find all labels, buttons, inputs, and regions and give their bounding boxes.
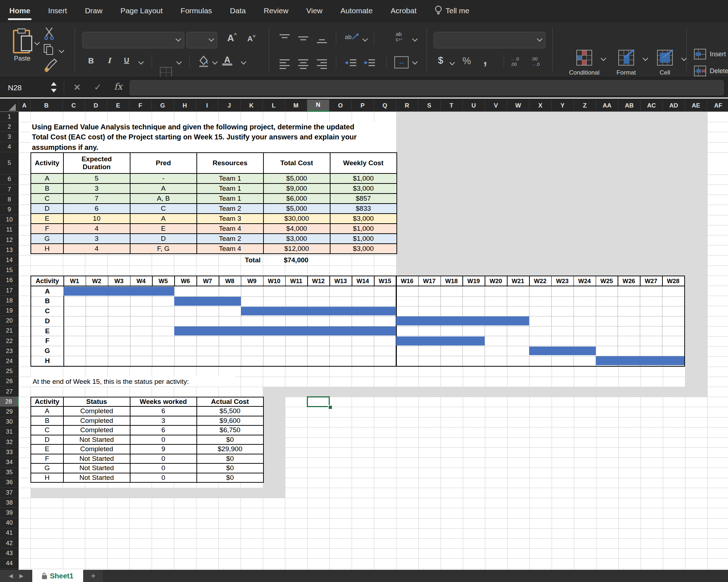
cell[interactable]: B: [31, 416, 63, 426]
align-bottom-icon[interactable]: [316, 33, 328, 45]
cell[interactable]: $5,000: [263, 204, 330, 214]
cell[interactable]: $1,000: [330, 234, 397, 244]
cell[interactable]: $9,000: [263, 183, 330, 194]
row-header-19[interactable]: 19: [0, 306, 19, 316]
column-header-J[interactable]: J: [218, 100, 241, 112]
status-table-header[interactable]: Weeks worked: [130, 397, 197, 406]
row-header-16[interactable]: 16: [0, 276, 19, 286]
column-header-K[interactable]: K: [241, 100, 263, 112]
cell[interactable]: $6,750: [197, 425, 263, 435]
cell[interactable]: G: [31, 463, 63, 473]
cell[interactable]: $0: [197, 463, 263, 473]
cell[interactable]: $3,000: [330, 244, 397, 254]
borders-dropdown-icon[interactable]: [176, 59, 182, 65]
column-header-U[interactable]: U: [463, 100, 485, 112]
cell[interactable]: 3: [130, 416, 197, 426]
row-header-14[interactable]: 14: [0, 255, 19, 265]
cell[interactable]: $857: [330, 194, 397, 204]
column-header-AC[interactable]: AC: [641, 100, 663, 112]
borders-button[interactable]: [160, 67, 172, 78]
row-header-9[interactable]: 9: [0, 205, 19, 215]
active-cell-selection[interactable]: [307, 396, 330, 407]
cell[interactable]: F: [31, 454, 63, 464]
decrease-indent-icon[interactable]: [345, 58, 357, 70]
cell[interactable]: A: [31, 173, 63, 183]
cell[interactable]: 5: [63, 173, 130, 183]
merge-center-button[interactable]: ↔: [394, 56, 409, 68]
column-header-P[interactable]: P: [352, 100, 374, 112]
row-header-23[interactable]: 23: [0, 346, 19, 356]
sheet-grid[interactable]: Using Earned Value Analysis technique an…: [19, 112, 728, 570]
align-top-icon[interactable]: [279, 33, 290, 45]
cut-icon[interactable]: [44, 27, 56, 41]
underline-button[interactable]: U: [124, 56, 129, 65]
column-header-G[interactable]: G: [152, 100, 174, 112]
cell[interactable]: H: [31, 473, 63, 483]
accounting-dropdown-icon[interactable]: [449, 60, 455, 66]
column-header-H[interactable]: H: [174, 100, 196, 112]
cell[interactable]: H: [31, 244, 63, 254]
cell[interactable]: Team 3: [197, 214, 263, 224]
increase-decimal-button[interactable]: ←.0.00: [510, 56, 519, 67]
cell[interactable]: Completed: [63, 416, 130, 426]
column-header-AA[interactable]: AA: [596, 100, 618, 112]
cell[interactable]: Completed: [63, 444, 130, 454]
cell[interactable]: A, B: [130, 194, 197, 204]
activity-table-header[interactable]: Total Cost: [263, 153, 330, 173]
menu-item-data[interactable]: Data: [230, 6, 246, 15]
cell[interactable]: $3,000: [330, 183, 397, 194]
paste-dropdown-icon[interactable]: [34, 40, 40, 46]
activity-table-header[interactable]: Weekly Cost: [330, 153, 397, 173]
merge-center-dropdown-icon[interactable]: [412, 59, 418, 65]
row-header-41[interactable]: 41: [0, 528, 19, 538]
row-header-37[interactable]: 37: [0, 488, 19, 498]
decrease-decimal-button[interactable]: .00→.0: [531, 56, 540, 67]
cell[interactable]: F, G: [130, 244, 197, 254]
column-header-N[interactable]: N: [307, 100, 329, 112]
cell[interactable]: 9: [130, 444, 197, 454]
status-table-header[interactable]: Actual Cost: [197, 397, 263, 406]
column-header-C[interactable]: C: [63, 100, 85, 112]
cell[interactable]: -: [130, 173, 197, 183]
cell[interactable]: $6,000: [263, 194, 330, 204]
align-right-icon[interactable]: [316, 58, 328, 70]
cell[interactable]: E: [31, 214, 63, 224]
row-header-1[interactable]: 1: [0, 112, 19, 122]
cell[interactable]: C: [130, 204, 197, 214]
cell[interactable]: $1,000: [330, 173, 397, 183]
align-center-icon[interactable]: [298, 58, 309, 70]
cell[interactable]: $9,600: [197, 416, 263, 426]
cell[interactable]: Not Started: [63, 435, 130, 445]
row-header-4[interactable]: 4: [0, 142, 19, 152]
cell[interactable]: $29,900: [197, 444, 263, 454]
cell[interactable]: Not Started: [63, 454, 130, 464]
add-sheet-button[interactable]: +: [83, 570, 103, 582]
cell[interactable]: $833: [330, 204, 397, 214]
accounting-format-button[interactable]: $: [438, 55, 443, 66]
shrink-font-button[interactable]: A˅: [247, 33, 256, 43]
menu-item-draw[interactable]: Draw: [85, 6, 103, 15]
delete-cells-button[interactable]: ✕Delete: [694, 65, 728, 77]
fill-color-dropdown-icon[interactable]: [212, 59, 218, 65]
column-header-F[interactable]: F: [129, 100, 152, 112]
row-header-43[interactable]: 43: [0, 548, 19, 558]
cell[interactable]: $0: [197, 473, 263, 483]
font-color-dropdown-icon[interactable]: [241, 59, 247, 65]
cancel-icon[interactable]: ✕: [73, 82, 81, 92]
format-painter-icon[interactable]: [42, 58, 57, 73]
percent-style-button[interactable]: %: [462, 56, 471, 67]
orientation-dropdown-icon[interactable]: [362, 36, 368, 42]
column-header-AB[interactable]: AB: [618, 100, 641, 112]
italic-button[interactable]: I: [108, 56, 111, 65]
row-header-7[interactable]: 7: [0, 185, 19, 195]
cell[interactable]: A: [31, 406, 63, 416]
activity-table-header[interactable]: Activity: [31, 153, 63, 173]
total-label[interactable]: Total: [196, 255, 261, 265]
column-header-M[interactable]: M: [285, 100, 307, 112]
column-header-T[interactable]: T: [441, 100, 463, 112]
menu-item-insert[interactable]: Insert: [48, 6, 67, 15]
fill-handle[interactable]: [328, 405, 333, 410]
cell[interactable]: $3,000: [263, 234, 330, 244]
cell[interactable]: $4,000: [263, 224, 330, 234]
row-header-15[interactable]: 15: [0, 266, 19, 276]
